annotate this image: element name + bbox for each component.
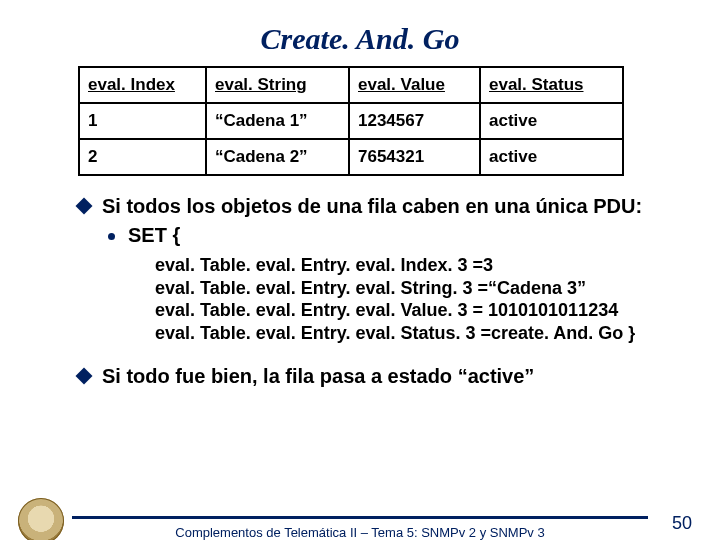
code-line: eval. Table. eval. Entry. eval. String. … — [155, 277, 720, 300]
col-header-value: eval. Value — [349, 67, 480, 103]
bullet-2: Si todo fue bien, la fila pasa a estado … — [78, 364, 680, 389]
cell-value: 7654321 — [349, 139, 480, 175]
col-header-status: eval. Status — [480, 67, 623, 103]
diamond-bullet-icon — [76, 198, 93, 215]
bullet-1: Si todos los objetos de una fila caben e… — [78, 194, 680, 248]
slide: Create. And. Go eval. Index eval. String… — [0, 22, 720, 540]
table-row: 1 “Cadena 1” 1234567 active — [79, 103, 623, 139]
cell-string: “Cadena 1” — [206, 103, 349, 139]
code-line: eval. Table. eval. Entry. eval. Index. 3… — [155, 254, 720, 277]
bullet-1-sub: SET { — [78, 223, 680, 248]
footer: Complementos de Telemática II – Tema 5: … — [0, 516, 720, 540]
page-number: 50 — [672, 513, 692, 534]
bullet-2-label: Si todo fue bien, la fila pasa a estado … — [102, 365, 534, 387]
code-line: eval. Table. eval. Entry. eval. Value. 3… — [155, 299, 720, 322]
cell-string: “Cadena 2” — [206, 139, 349, 175]
cell-status: active — [480, 139, 623, 175]
cell-value: 1234567 — [349, 103, 480, 139]
code-block: eval. Table. eval. Entry. eval. Index. 3… — [155, 254, 720, 344]
footer-divider — [72, 516, 648, 519]
slide-title: Create. And. Go — [0, 22, 720, 56]
table-row: 2 “Cadena 2” 7654321 active — [79, 139, 623, 175]
bullet-2-text: Si todo fue bien, la fila pasa a estado … — [78, 364, 680, 389]
bullet-1-sub-label: SET { — [128, 224, 180, 246]
bullet-1-text: Si todos los objetos de una fila caben e… — [78, 194, 680, 219]
diamond-bullet-icon — [76, 368, 93, 385]
col-header-index: eval. Index — [79, 67, 206, 103]
eval-table: eval. Index eval. String eval. Value eva… — [78, 66, 624, 176]
table-header-row: eval. Index eval. String eval. Value eva… — [79, 67, 623, 103]
code-line: eval. Table. eval. Entry. eval. Status. … — [155, 322, 720, 345]
bullet-1-label: Si todos los objetos de una fila caben e… — [102, 195, 642, 217]
seal-icon — [18, 498, 64, 540]
col-header-string: eval. String — [206, 67, 349, 103]
footer-text: Complementos de Telemática II – Tema 5: … — [0, 525, 720, 540]
disc-bullet-icon — [108, 233, 115, 240]
cell-status: active — [480, 103, 623, 139]
cell-index: 1 — [79, 103, 206, 139]
cell-index: 2 — [79, 139, 206, 175]
